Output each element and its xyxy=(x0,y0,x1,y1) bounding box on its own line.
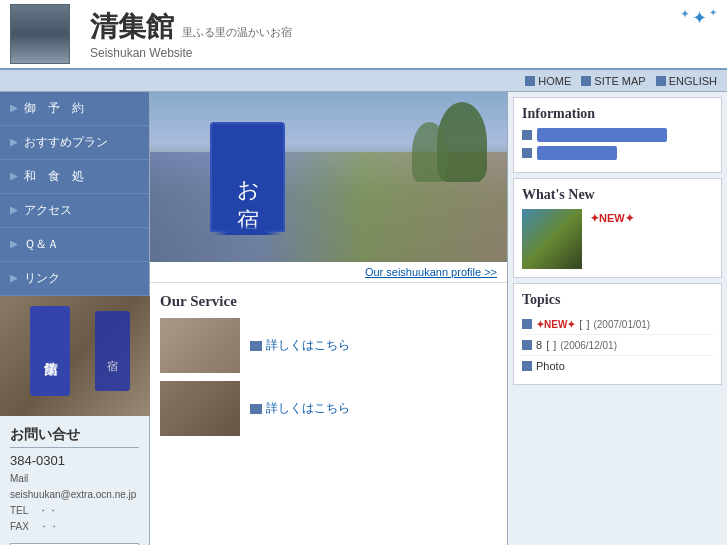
topic-photo[interactable]: Photo xyxy=(522,356,713,376)
center-content: お宿 Our seishuukann profile >> Our Servic… xyxy=(150,92,507,545)
contact-tel: TEL ・・ xyxy=(10,503,139,519)
header: 清集館 里ふる里の温かいお宿 Seishukan Website ✦ ✦ ✦ xyxy=(0,0,727,70)
topic-item-2[interactable]: 8 [ ] (2006/12/01) xyxy=(522,335,713,356)
home-nav-icon xyxy=(525,76,535,86)
sidebar-menu: 御 予 約 おすすめプラン 和 食 処 アクセス Ｑ＆Ａ リンク xyxy=(0,92,149,296)
info-item-2 xyxy=(522,146,713,160)
sidebar-item-access[interactable]: アクセス xyxy=(0,194,149,228)
whats-new-title: What's New xyxy=(522,187,713,203)
arrow-icon xyxy=(10,207,18,215)
arrow-icon xyxy=(10,173,18,181)
arrow-icon xyxy=(10,275,18,283)
service-link-2[interactable]: 詳しくはこちら xyxy=(250,400,350,417)
service-link-icon-1 xyxy=(250,341,262,351)
topics-section: Topics ✦NEW✦ [ ] (2007/01/01) 8 [ ] (200… xyxy=(513,283,722,385)
noren-text: お宿 xyxy=(233,165,263,190)
whats-new-section: What's New ✦NEW✦ xyxy=(513,178,722,278)
topic-bracket-close-2: ] xyxy=(553,339,556,351)
info-bar-1[interactable] xyxy=(537,128,667,142)
info-icon-2 xyxy=(522,148,532,158)
star-icon-3: ✦ xyxy=(709,7,717,18)
sitemap-nav-icon xyxy=(581,76,591,86)
sidebar-item-qa[interactable]: Ｑ＆Ａ xyxy=(0,228,149,262)
contact-section: お問い合せ 384-0301 Mail seishuukan@extra.ocn… xyxy=(0,416,149,545)
service-item-2: 詳しくはこちら xyxy=(160,381,497,436)
contact-email: Mail seishuukan@extra.ocn.ne.jp xyxy=(10,471,139,503)
topic-new-badge-1: ✦NEW✦ xyxy=(536,319,575,330)
hero-image: お宿 xyxy=(150,92,507,262)
star-icon-1: ✦ xyxy=(680,7,690,21)
service-link-icon-2 xyxy=(250,404,262,414)
sidebar-item-dining[interactable]: 和 食 処 xyxy=(0,160,149,194)
topic-icon-2 xyxy=(522,340,532,350)
left-sidebar: 御 予 約 おすすめプラン 和 食 処 アクセス Ｑ＆Ａ リンク xyxy=(0,92,150,545)
topic-date-2: (2006/12/01) xyxy=(560,340,617,351)
topic-icon-1 xyxy=(522,319,532,329)
main-content: 御 予 約 おすすめプラン 和 食 処 アクセス Ｑ＆Ａ リンク xyxy=(0,92,727,545)
service-item-1: 詳しくはこちら xyxy=(160,318,497,373)
arrow-icon xyxy=(10,241,18,249)
info-item-1 xyxy=(522,128,713,142)
nav-item-english[interactable]: ENGLISH xyxy=(656,75,717,87)
profile-link[interactable]: Our seishuukann profile >> xyxy=(150,262,507,283)
site-title-en: Seishukan Website xyxy=(90,46,292,60)
sidebar-inn-image: 清集館 宿 xyxy=(0,296,150,416)
header-building-image xyxy=(10,4,70,64)
contact-title: お問い合せ xyxy=(10,426,139,448)
arrow-icon xyxy=(10,105,18,113)
service-thumb-1 xyxy=(160,318,240,373)
header-logo: 清集館 里ふる里の温かいお宿 Seishukan Website xyxy=(90,8,292,60)
sidebar-item-plans[interactable]: おすすめプラン xyxy=(0,126,149,160)
topic-number-2: 8 xyxy=(536,339,542,351)
top-navigation: HOME SITE MAP ENGLISH xyxy=(0,70,727,92)
site-subtitle-jp: 里ふる里の温かいお宿 xyxy=(182,25,292,40)
star-icon-2: ✦ xyxy=(692,7,707,29)
topic-bracket-open-1: [ xyxy=(579,318,582,330)
service-section: Our Service 詳しくはこちら 詳しくはこちら xyxy=(150,283,507,446)
information-section: Information xyxy=(513,97,722,173)
info-title: Information xyxy=(522,106,713,122)
service-title: Our Service xyxy=(160,293,497,310)
sidebar-item-reservation[interactable]: 御 予 約 xyxy=(0,92,149,126)
service-link-1[interactable]: 詳しくはこちら xyxy=(250,337,350,354)
service-list: 詳しくはこちら 詳しくはこちら xyxy=(160,318,497,436)
topic-photo-label: Photo xyxy=(536,360,565,372)
sidebar-item-links[interactable]: リンク xyxy=(0,262,149,296)
site-title-jp: 清集館 xyxy=(90,8,174,46)
info-icon-1 xyxy=(522,130,532,140)
new-badge: ✦NEW✦ xyxy=(590,212,634,225)
nav-item-sitemap[interactable]: SITE MAP xyxy=(581,75,645,87)
contact-phone: 384-0301 xyxy=(10,453,139,468)
arrow-icon xyxy=(10,139,18,147)
right-sidebar: Information What's New ✦NEW✦ Topi xyxy=(507,92,727,545)
topics-title: Topics xyxy=(522,292,713,308)
nav-item-home[interactable]: HOME xyxy=(525,75,571,87)
topic-bracket-close-1: ] xyxy=(586,318,589,330)
topic-photo-icon xyxy=(522,361,532,371)
header-stars: ✦ ✦ ✦ xyxy=(680,5,717,29)
info-bar-2[interactable] xyxy=(537,146,617,160)
topic-bracket-open-2: [ xyxy=(546,339,549,351)
topic-item-1[interactable]: ✦NEW✦ [ ] (2007/01/01) xyxy=(522,314,713,335)
whats-new-thumb xyxy=(522,209,582,269)
english-nav-icon xyxy=(656,76,666,86)
whats-new-item: ✦NEW✦ xyxy=(522,209,713,269)
contact-fax: FAX ・・ xyxy=(10,519,139,535)
service-thumb-2 xyxy=(160,381,240,436)
topic-date-1: (2007/01/01) xyxy=(593,319,650,330)
